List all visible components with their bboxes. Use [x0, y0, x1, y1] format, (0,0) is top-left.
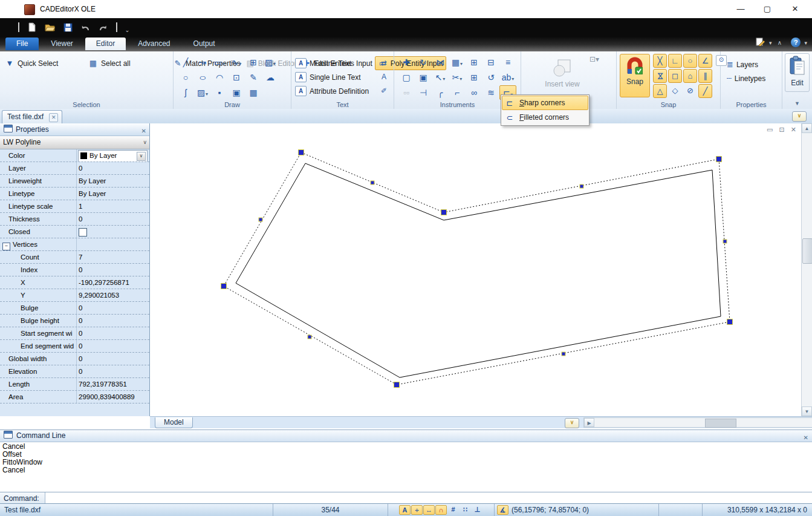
property-value-count[interactable]: 7 [77, 251, 149, 263]
collapse-ribbon-icon[interactable]: ∧ [778, 39, 782, 46]
property-value-bulge-height[interactable]: 0 [77, 315, 149, 327]
region-button[interactable]: ▨▾ [262, 55, 279, 70]
layout-overflow-button[interactable]: ∨ [565, 418, 579, 428]
help-icon[interactable]: ?▾ [787, 38, 807, 47]
drawing-canvas[interactable]: ▭ ⊡ ✕ [150, 123, 801, 416]
trim-button[interactable]: ✂▾ [449, 70, 466, 85]
point-button[interactable]: ▪ [211, 85, 228, 100]
property-value-bulge[interactable]: 0 [77, 302, 149, 314]
property-value-lineweight[interactable]: By Layer [77, 175, 149, 187]
horizontal-scrollbar[interactable]: ◀ ▶ [583, 417, 812, 428]
polyline-button[interactable]: ↝ [194, 55, 211, 70]
array-path-button[interactable]: ▣ [415, 70, 432, 85]
polyline-offset-selected[interactable] [224, 152, 730, 385]
copy-2-button[interactable]: ⊞ [466, 70, 482, 85]
rotate-button[interactable]: ↻ [415, 55, 432, 70]
insert-block-button[interactable]: ⊞ [245, 55, 262, 70]
model-tab[interactable]: Model [155, 417, 193, 428]
new-document-icon[interactable] [25, 20, 39, 34]
snap-parallel-button[interactable]: ∥ [698, 69, 712, 83]
break-button[interactable]: ∞ [466, 85, 482, 100]
snap-nearest-button[interactable]: ╱ [698, 84, 712, 98]
align-button[interactable]: ≡ [499, 55, 516, 70]
vertical-scroll-thumb[interactable] [802, 238, 812, 264]
horizontal-scroll-thumb[interactable] [705, 419, 736, 428]
snap-midpoint-button[interactable]: △ [653, 84, 667, 98]
array-button[interactable]: ▢ [398, 70, 415, 85]
vertex-grip[interactable] [727, 319, 733, 325]
midpoint-grip[interactable] [723, 240, 727, 243]
line-button[interactable]: ╱ [177, 55, 194, 70]
ellipse-button[interactable]: ○ [194, 70, 211, 85]
mirror-button[interactable]: ⋈ [432, 55, 449, 70]
property-value-thickness[interactable]: 0 [77, 213, 149, 225]
command-line-close-icon[interactable]: ✕ [804, 432, 808, 443]
snap-intersection-button[interactable]: ╳ [653, 54, 667, 68]
group-button[interactable]: ≋ [482, 85, 499, 100]
pick-button[interactable]: ↖▾ [432, 70, 449, 85]
table-button[interactable]: ▦ [245, 85, 262, 100]
multiline-text-button[interactable]: AMultiline Text [295, 56, 369, 70]
minimize-button[interactable]: — [730, 2, 751, 16]
snap-apparent-button[interactable]: ⋈ [653, 69, 667, 83]
vertex-grip[interactable] [221, 284, 227, 289]
property-value-closed[interactable] [77, 226, 149, 238]
copy-button[interactable]: ⊞ [466, 55, 482, 70]
vertical-scrollbar[interactable]: ▲ ▼ [801, 123, 812, 416]
grid-toggle[interactable]: # [447, 505, 459, 515]
entity-type-dropdown[interactable]: LW Polyline ∨ [0, 136, 149, 149]
select-window-button[interactable]: ▦▾ [449, 55, 466, 70]
text-style-icon[interactable]: A [378, 70, 390, 84]
tab-editor[interactable]: Editor [85, 38, 126, 50]
image-button[interactable]: ▣ [228, 85, 245, 100]
snap-toggle-button[interactable]: Snap [620, 54, 650, 97]
midpoint-grip[interactable] [580, 185, 583, 188]
property-value-layer[interactable]: 0 [77, 162, 149, 174]
property-value-x[interactable]: -190,297256871 [77, 276, 149, 289]
midpoint-grip[interactable] [308, 335, 311, 339]
collapse-icon[interactable]: − [2, 243, 10, 250]
document-tab[interactable]: Test file.dxf ✕ [2, 110, 62, 123]
vertex-grip[interactable] [441, 210, 447, 215]
sharp-corners-menu-item[interactable]: ⊏Sharp corners [502, 96, 588, 110]
tab-file[interactable]: File [5, 38, 39, 50]
vertex-grip[interactable] [716, 157, 722, 162]
insert-view-button[interactable]: Insert view [533, 55, 591, 95]
midpoint-grip[interactable] [371, 181, 374, 185]
linetypes-button[interactable]: ┄Linetypes [721, 71, 782, 85]
arc-button[interactable]: ◠ [211, 70, 228, 85]
layers-button[interactable]: ≣Layers [721, 57, 782, 71]
text-express-icon[interactable]: ⇄ [378, 56, 390, 70]
snap-quadrant-button[interactable]: ◇ [668, 84, 682, 98]
view-options-icon[interactable]: ⊡▾ [590, 55, 599, 64]
tab-viewer[interactable]: Viewer [40, 38, 83, 50]
attribute-definition-button[interactable]: AAttribute Definition [295, 84, 369, 98]
tab-output[interactable]: Output [183, 38, 226, 50]
color-dropdown[interactable]: By Layer∨ [78, 150, 148, 162]
block-button[interactable]: ⊡ [228, 70, 245, 85]
single-line-text-button[interactable]: ASingle Line Text [295, 70, 369, 84]
object-snap-toggle[interactable]: ∩ [435, 505, 447, 515]
property-value-index[interactable]: 0 [77, 264, 149, 276]
polyline-original[interactable] [236, 163, 721, 377]
snap-polygon-button[interactable]: ⌂ [683, 69, 697, 83]
lineweight-display-toggle[interactable]: ÷ [411, 505, 423, 515]
close-button[interactable]: ✕ [785, 2, 805, 16]
vertex-grip[interactable] [394, 382, 400, 388]
property-value-global-width[interactable]: 0 [77, 353, 149, 365]
property-label-vertices[interactable]: −Vertices [0, 238, 77, 250]
mdi-minimize-icon[interactable]: ▭ [767, 126, 773, 133]
entity-width-toggle[interactable]: ↔ [423, 505, 435, 515]
circle-button[interactable]: ○ [177, 70, 194, 85]
midpoint-grip[interactable] [259, 218, 262, 221]
select-all-button[interactable]: ▦Select all [86, 56, 171, 70]
fillet-button[interactable]: ╭ [432, 85, 449, 100]
save-icon[interactable] [60, 21, 75, 35]
copy-special-button[interactable]: ⊟ [482, 55, 499, 70]
scroll-up-icon[interactable]: ▲ [802, 123, 812, 133]
midpoint-grip[interactable] [562, 352, 565, 356]
property-value-linetype-scale[interactable]: 1 [77, 200, 149, 212]
grid-dots-toggle[interactable]: ∷ [460, 505, 471, 515]
move-button[interactable]: ✚ [398, 55, 415, 70]
dimension-edit-icon[interactable]: ✐ [378, 84, 390, 98]
